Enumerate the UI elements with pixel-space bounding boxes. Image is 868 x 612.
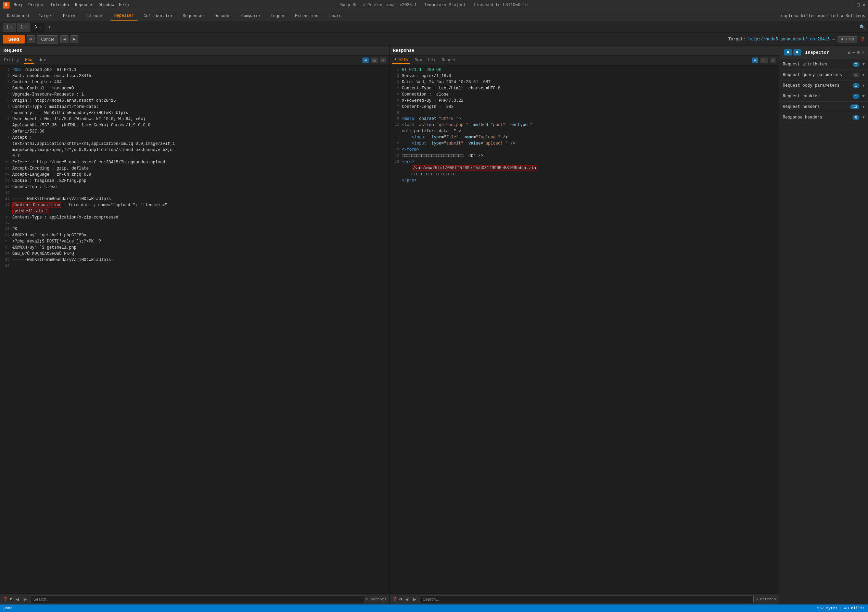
status-bar: Done 567 bytes | 43 millis: [0, 604, 868, 612]
inspector-panel: ■ ■ Inspector ▲ — ⚙ ✕ Request attributes…: [779, 46, 868, 604]
request-search-next[interactable]: ▶: [22, 596, 28, 603]
request-search-settings-icon[interactable]: ⚙: [10, 596, 12, 602]
request-tab-pretty[interactable]: Pretty: [3, 57, 20, 64]
inspector-section-right: 1 ▼: [852, 94, 865, 99]
response-tab-pretty[interactable]: Pretty: [392, 57, 410, 64]
nav-repeater[interactable]: Repeater: [110, 12, 138, 20]
nav-bar: Dashboard Target Proxy Intruder Repeater…: [0, 10, 868, 22]
line-row: 6X-Powered-By : PHP/7.3.22: [389, 98, 779, 104]
close-button[interactable]: ✕: [863, 2, 865, 8]
edit-target-icon[interactable]: ✏: [832, 37, 835, 42]
response-search-help-icon[interactable]: ❓: [392, 596, 397, 602]
inspector-sort-icon[interactable]: ▲: [848, 50, 851, 55]
inspector-tab-2[interactable]: ■: [794, 49, 801, 56]
send-button[interactable]: Send: [3, 35, 25, 43]
inspector-section-label: Request body parameters: [783, 83, 840, 88]
inspector-badge: 1: [852, 83, 860, 88]
request-copy-btn[interactable]: ≡: [363, 57, 369, 63]
response-panel: Response Pretty Raw Hex Render ≡ \n ≡ 1H…: [389, 46, 779, 604]
menu-window[interactable]: Window: [99, 3, 114, 8]
inspector-badge: 13: [850, 104, 859, 109]
request-tab-hex[interactable]: Hex: [37, 57, 48, 64]
line-row: 23&6@%XH·uy' `$ getshell.php: [0, 244, 389, 251]
target-info: Target: http://node5.anna.nssctf.cn:2841…: [728, 36, 865, 42]
tab-3-close[interactable]: ✕: [39, 25, 41, 30]
maximize-button[interactable]: □: [857, 2, 859, 8]
line-row: text/html,application/xhtml+xml,applicat…: [0, 141, 389, 147]
menu-burp[interactable]: Burp: [14, 3, 23, 8]
nav-intruder[interactable]: Intruder: [81, 12, 109, 20]
line-row: 12Accept-Language : zh-CN,zh;q=0.9: [0, 172, 389, 178]
response-search-input[interactable]: [420, 596, 753, 603]
request-tab-raw[interactable]: Raw: [23, 57, 34, 64]
inspector-section-cookies[interactable]: Request cookies 1 ▼: [780, 91, 868, 102]
nav-proxy[interactable]: Proxy: [59, 12, 79, 20]
line-row: 24ĠaB_Ø?Ũ hĐ§NŰAt8FĐBŨ PK^Q: [0, 251, 389, 257]
protocol-badge[interactable]: HTTP/1: [837, 36, 857, 42]
line-row: 19: [0, 221, 389, 226]
settings-icon[interactable]: ⚙: [27, 35, 34, 43]
inspector-collapse-icon[interactable]: —: [852, 50, 856, 55]
settings-button[interactable]: ⚙ Settings: [841, 13, 865, 19]
tab-2[interactable]: 2 ✕: [17, 23, 30, 32]
tab-search-button[interactable]: 🔍: [859, 24, 865, 30]
prev-button[interactable]: ◀: [60, 35, 68, 43]
inspector-tab-1[interactable]: ■: [784, 49, 792, 56]
response-search-next[interactable]: ▶: [412, 596, 418, 603]
request-search-input[interactable]: [30, 596, 364, 603]
nav-extensions[interactable]: Extensions: [291, 12, 324, 20]
inspector-close-icon[interactable]: ✕: [862, 50, 865, 55]
response-tab-raw[interactable]: Raw: [413, 57, 423, 64]
nav-learn[interactable]: Learn: [325, 12, 346, 20]
response-tab-hex[interactable]: Hex: [427, 57, 437, 64]
response-more-btn[interactable]: ≡: [770, 57, 776, 63]
tab-1-close[interactable]: ✕: [11, 25, 12, 30]
inspector-settings-icon[interactable]: ⚙: [857, 50, 860, 55]
request-wrap-btn[interactable]: \n: [371, 57, 378, 63]
menu-intruder[interactable]: Intruder: [50, 3, 70, 8]
menu-project[interactable]: Project: [28, 3, 45, 8]
cancel-button[interactable]: Cancel: [37, 35, 58, 43]
response-search-settings-icon[interactable]: ⚙: [400, 596, 402, 602]
nav-dashboard[interactable]: Dashboard: [3, 12, 33, 20]
title-bar-controls[interactable]: ─ □ ✕: [851, 2, 865, 8]
line-row: 5Connection : close: [389, 92, 779, 98]
nav-comparer[interactable]: Comparer: [237, 12, 265, 20]
response-wrap-btn[interactable]: \n: [760, 57, 767, 63]
response-copy-btn[interactable]: ≡: [752, 57, 758, 63]
inspector-section-response-headers[interactable]: Response headers 6 ▼: [780, 112, 868, 123]
burp-logo: B: [3, 2, 9, 9]
nav-decoder[interactable]: Decoder: [211, 12, 236, 20]
minimize-button[interactable]: ─: [851, 2, 854, 8]
inspector-badge: 6: [852, 115, 860, 120]
line-row: 21&6@%XH·uy' `getshell.phpGIF89a: [0, 232, 389, 238]
response-search-prev[interactable]: ◀: [404, 596, 410, 603]
nav-collaborator[interactable]: Collaborator: [139, 12, 177, 20]
nav-target[interactable]: Target: [34, 12, 57, 20]
line-row: 5Upgrade-Insecure-Requests : 1: [0, 92, 389, 98]
help-icon[interactable]: ❓: [860, 37, 865, 42]
next-button[interactable]: ▶: [71, 35, 78, 43]
nav-logger[interactable]: Logger: [267, 12, 290, 20]
line-row: 0.7: [0, 153, 389, 159]
inspector-section-body-params[interactable]: Request body parameters 1 ▼: [780, 81, 868, 91]
tab-3[interactable]: 3 ✕: [31, 23, 44, 32]
menu-repeater[interactable]: Repeater: [75, 3, 95, 8]
nav-sequencer[interactable]: Sequencer: [179, 12, 209, 20]
tab-add-button[interactable]: +: [45, 23, 54, 31]
inspector-badge: 0: [852, 73, 860, 78]
line-row: 9Accept :: [0, 135, 389, 141]
line-row: 11Accept-Encoding : gzip, deflate: [0, 165, 389, 172]
response-search-bar: ❓ ⚙ ◀ ▶ 0 matches: [389, 593, 779, 604]
line-row: 20PK: [0, 226, 389, 232]
response-tab-render[interactable]: Render: [440, 57, 457, 64]
request-more-btn[interactable]: ≡: [380, 57, 386, 63]
inspector-section-request-attributes[interactable]: Request attributes 2 ▼: [780, 59, 868, 70]
request-search-help-icon[interactable]: ❓: [3, 596, 8, 602]
inspector-section-request-headers[interactable]: Request headers 13 ▼: [780, 102, 868, 112]
menu-help[interactable]: Help: [119, 3, 129, 8]
inspector-section-query-params[interactable]: Request query parameters 0 ▼: [780, 70, 868, 81]
tab-1[interactable]: 1 ✕: [3, 23, 16, 32]
tab-2-close[interactable]: ✕: [25, 25, 27, 30]
request-search-prev[interactable]: ◀: [14, 596, 20, 603]
